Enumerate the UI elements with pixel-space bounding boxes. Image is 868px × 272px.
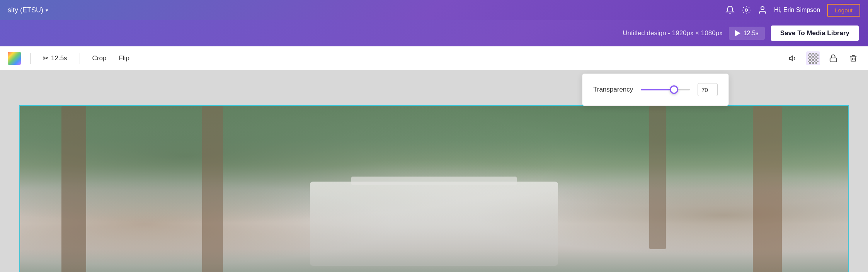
top-nav-bar: sity (ETSU) ▾ Hi bbox=[0, 0, 868, 20]
logout-button[interactable]: Logout bbox=[827, 4, 860, 17]
save-to-media-library-button[interactable]: Save To Media Library bbox=[771, 26, 859, 41]
notification-bell-icon[interactable] bbox=[725, 5, 735, 15]
org-name[interactable]: sity (ETSU) ▾ bbox=[8, 6, 48, 14]
svg-marker-2 bbox=[790, 56, 793, 61]
toolbar-left-section: ✂ 12.5s Crop Flip bbox=[8, 52, 786, 65]
scissors-duration-button[interactable]: ✂ 12.5s bbox=[40, 53, 70, 64]
transparency-popup: Transparency 70 bbox=[582, 73, 729, 106]
user-greeting: Hi, Erin Simpson bbox=[774, 7, 820, 14]
settings-gear-icon[interactable] bbox=[742, 5, 751, 15]
svg-point-1 bbox=[761, 7, 764, 10]
slider-thumb[interactable] bbox=[670, 85, 678, 94]
crop-button[interactable]: Crop bbox=[89, 53, 110, 64]
toolbar-divider-1 bbox=[30, 53, 31, 64]
toolbar-divider-2 bbox=[80, 53, 80, 64]
editor-toolbar: ✂ 12.5s Crop Flip bbox=[0, 46, 868, 70]
design-header-bar: Untitled design - 1920px × 1080px 12.5s … bbox=[0, 20, 868, 46]
chevron-down-icon: ▾ bbox=[46, 7, 48, 13]
svg-rect-3 bbox=[830, 58, 837, 62]
svg-point-0 bbox=[745, 9, 747, 11]
slider-track bbox=[641, 89, 690, 90]
flip-button[interactable]: Flip bbox=[116, 53, 132, 64]
user-profile-icon[interactable] bbox=[758, 5, 767, 15]
transparency-slider[interactable] bbox=[641, 86, 690, 94]
canvas-area: Transparency 70 bbox=[0, 70, 868, 272]
transparency-value-input[interactable]: 70 bbox=[698, 83, 718, 96]
play-duration: 12.5s bbox=[744, 30, 759, 37]
lock-icon[interactable] bbox=[826, 51, 840, 65]
scissors-icon: ✂ bbox=[43, 54, 49, 63]
preview-play-button[interactable]: 12.5s bbox=[729, 27, 765, 40]
transparency-label: Transparency bbox=[593, 86, 633, 94]
toolbar-duration-label: 12.5s bbox=[51, 54, 67, 62]
nav-right-actions: Hi, Erin Simpson Logout bbox=[725, 4, 860, 17]
design-title: Untitled design - 1920px × 1080px bbox=[623, 29, 723, 37]
transparency-checkerboard-button[interactable] bbox=[806, 51, 820, 65]
canvas-background bbox=[20, 106, 848, 272]
checkerboard-icon bbox=[808, 53, 819, 64]
volume-icon[interactable] bbox=[786, 51, 800, 65]
delete-trash-icon[interactable] bbox=[846, 51, 860, 65]
canvas-image-frame[interactable] bbox=[19, 105, 849, 272]
toolbar-right-section bbox=[786, 51, 860, 65]
color-swatch[interactable] bbox=[8, 52, 21, 65]
play-triangle-icon bbox=[735, 30, 740, 36]
